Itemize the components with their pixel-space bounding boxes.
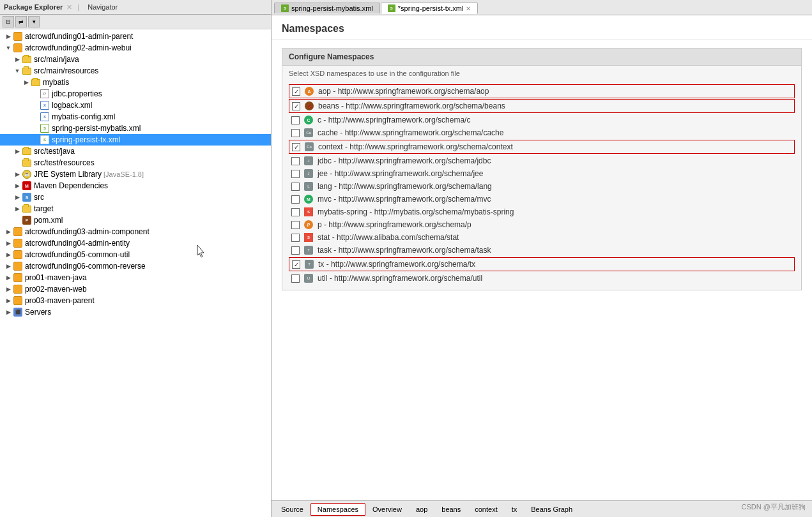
ns-item-jee[interactable]: J jee - http://www.springframework.org/s… xyxy=(289,167,795,180)
ns-checkbox-mvc[interactable] xyxy=(291,195,300,204)
tree-item-src[interactable]: ▶ S src xyxy=(0,191,271,203)
tree-item-src-test-java[interactable]: ▶ src/test/java xyxy=(0,146,271,157)
namespaces-heading: Namespaces xyxy=(272,15,812,40)
toggle-src-main-java[interactable]: ▶ xyxy=(13,56,22,63)
ns-checkbox-c[interactable] xyxy=(291,116,300,124)
ns-checkbox-p[interactable] xyxy=(291,221,300,229)
ns-checkbox-mybatis-spring[interactable] xyxy=(291,208,300,216)
ns-beans-icon: 🫘 xyxy=(304,101,314,111)
tab-spring-persist-mybatis[interactable]: S spring-persist-mybatis.xml xyxy=(274,3,380,13)
ns-item-c[interactable]: C c - http://www.springframework.org/sch… xyxy=(289,114,795,126)
bottom-tab-context[interactable]: context xyxy=(468,503,504,516)
folder-target-icon xyxy=(22,204,32,214)
ns-checkbox-lang[interactable] xyxy=(291,183,300,191)
ns-stat-icon: S xyxy=(303,232,314,243)
ns-checkbox-aop[interactable] xyxy=(292,87,300,96)
editor-content: Namespaces Configure Namespaces Select X… xyxy=(272,15,812,500)
ns-item-jdbc[interactable]: J jdbc - http://www.springframework.org/… xyxy=(289,154,795,167)
link-with-editor-button[interactable]: ⇌ xyxy=(15,16,27,27)
label-atcrowdfunding05: atcrowdfunding05-common-util xyxy=(25,250,130,259)
tree-item-maven-deps[interactable]: ▶ M Maven Dependencies xyxy=(0,180,271,191)
bottom-tab-namespaces[interactable]: Namespaces xyxy=(310,503,365,516)
tree-item-target[interactable]: ▶ target xyxy=(0,203,271,214)
bottom-tab-overview[interactable]: Overview xyxy=(365,503,409,516)
tree-item-atcrowdfunding03[interactable]: ▶ atcrowdfunding03-admin-component xyxy=(0,226,271,237)
ns-item-context[interactable]: Co context - http://www.springframework.… xyxy=(289,140,795,154)
tree-item-atcrowdfunding05[interactable]: ▶ atcrowdfunding05-common-util xyxy=(0,249,271,260)
toggle-mybatis[interactable]: ▶ xyxy=(22,79,31,86)
pom-icon: P xyxy=(22,215,32,225)
label-atcrowdfunding06: atcrowdfunding06-common-reverse xyxy=(25,262,146,271)
toggle-atcrowdfunding02[interactable]: ▼ xyxy=(4,45,13,51)
bottom-tab-source[interactable]: Source xyxy=(274,503,310,516)
tree-item-atcrowdfunding02[interactable]: ▼ atcrowdfunding02-admin-webui xyxy=(0,42,271,54)
ns-item-aop[interactable]: A aop - http://www.springframework.org/s… xyxy=(289,84,795,98)
ns-item-mybatis-spring[interactable]: S mybatis-spring - http://mybatis.org/sc… xyxy=(289,206,795,218)
tab-spring-persist-tx[interactable]: S *spring-persist-tx.xml ✕ xyxy=(381,3,479,14)
tree-item-pro03[interactable]: ▶ pro03-maven-parent xyxy=(0,295,271,306)
ns-item-beans[interactable]: 🫘 beans - http://www.springframework.org… xyxy=(289,99,795,113)
tree-item-pom-xml[interactable]: ▶ P pom.xml xyxy=(0,214,271,226)
navigator-tab[interactable]: Navigator xyxy=(83,2,122,12)
ns-item-mvc[interactable]: M mvc - http://www.springframework.org/s… xyxy=(289,193,795,206)
tree-item-mybatis-config-xml[interactable]: ▶ X mybatis-config.xml xyxy=(0,111,271,123)
tree-item-atcrowdfunding04[interactable]: ▶ atcrowdfunding04-admin-entity xyxy=(0,237,271,249)
ns-checkbox-cache[interactable] xyxy=(291,129,300,137)
toggle-src-main-resources[interactable]: ▼ xyxy=(13,68,22,74)
tree-item-mybatis[interactable]: ▶ mybatis xyxy=(0,77,271,88)
tree-item-logback-xml[interactable]: ▶ X logback.xml xyxy=(0,100,271,111)
ns-checkbox-util[interactable] xyxy=(291,274,300,283)
ns-checkbox-jdbc[interactable] xyxy=(291,157,300,165)
xml-logback-icon: X xyxy=(40,100,50,110)
tree-item-spring-persist-mybatis[interactable]: ▶ S spring-persist-mybatis.xml xyxy=(0,123,271,134)
label-servers: Servers xyxy=(25,308,51,317)
ns-label-lang: lang - http://www.springframework.org/sc… xyxy=(318,182,492,191)
bottom-tab-aop-label: aop xyxy=(416,506,427,513)
collapse-all-button[interactable]: ⊟ xyxy=(3,16,14,27)
bottom-tab-beans[interactable]: beans xyxy=(434,503,468,516)
ns-checkbox-jee[interactable] xyxy=(291,170,300,178)
ns-item-util[interactable]: U util - http://www.springframework.org/… xyxy=(289,272,795,285)
ns-util-icon: U xyxy=(303,273,314,283)
ns-checkbox-tx[interactable] xyxy=(292,260,300,269)
bottom-tab-context-label: context xyxy=(475,506,497,513)
ns-item-tx[interactable]: T tx - http://www.springframework.org/sc… xyxy=(289,257,795,271)
bottom-tab-beans-graph[interactable]: Beans Graph xyxy=(524,503,579,516)
ns-item-lang[interactable]: L lang - http://www.springframework.org/… xyxy=(289,180,795,193)
ns-c-icon: C xyxy=(303,115,314,125)
tree-item-pro01[interactable]: ▶ pro01-maven-java xyxy=(0,272,271,283)
tree-item-atcrowdfunding06[interactable]: ▶ atcrowdfunding06-common-reverse xyxy=(0,260,271,272)
tab-icon-mybatis: S xyxy=(281,4,289,12)
ns-checkbox-context[interactable] xyxy=(292,143,300,151)
tree-item-src-test-resources[interactable]: ▶ src/test/resources xyxy=(0,157,271,169)
ns-checkbox-beans[interactable] xyxy=(292,102,300,110)
ns-checkbox-task[interactable] xyxy=(291,246,300,255)
tree-item-atcrowdfunding01[interactable]: ▶ atcrowdfunding01-admin-parent xyxy=(0,31,271,42)
view-menu-button[interactable]: ▾ xyxy=(28,16,40,27)
ns-item-stat[interactable]: S stat - http://www.alibaba.com/schema/s… xyxy=(289,231,795,244)
tree-item-pro02[interactable]: ▶ pro02-maven-web xyxy=(0,283,271,295)
toggle-atcrowdfunding01[interactable]: ▶ xyxy=(4,33,13,40)
tree-item-src-main-resources[interactable]: ▼ src/main/resources xyxy=(0,65,271,77)
label-atcrowdfunding02: atcrowdfunding02-admin-webui xyxy=(25,43,132,52)
tree-item-jdbc-properties[interactable]: ▶ P jdbc.properties xyxy=(0,88,271,100)
label-atcrowdfunding01: atcrowdfunding01-admin-parent xyxy=(25,32,133,41)
ns-item-p[interactable]: P p - http://www.springframework.org/sch… xyxy=(289,218,795,231)
tree-item-jre[interactable]: ▶ ☕ JRE System Library [JavaSE-1.8] xyxy=(0,169,271,180)
configure-namespaces-box: Configure Namespaces Select XSD namespac… xyxy=(282,48,802,290)
tree-item-servers[interactable]: ▶ ⬛ Servers xyxy=(0,306,271,318)
ns-item-task[interactable]: T task - http://www.springframework.org/… xyxy=(289,244,795,257)
ns-checkbox-stat[interactable] xyxy=(291,234,300,242)
bottom-tab-aop[interactable]: aop xyxy=(409,503,434,516)
tab-close-tx[interactable]: ✕ xyxy=(466,5,471,12)
panel-close-icon[interactable]: ✕ xyxy=(66,3,72,11)
label-pro02: pro02-maven-web xyxy=(25,285,87,294)
bottom-tab-tx[interactable]: tx xyxy=(505,503,525,516)
tree-item-src-main-java[interactable]: ▶ src/main/java xyxy=(0,54,271,65)
package-explorer-title: Package Explorer xyxy=(4,3,63,11)
bottom-tab-source-label: Source xyxy=(281,506,303,513)
ns-item-cache[interactable]: Ca cache - http://www.springframework.or… xyxy=(289,126,795,139)
ns-aop-icon: A xyxy=(304,86,314,96)
tree-item-spring-persist-tx[interactable]: ▶ S spring-persist-tx.xml xyxy=(0,134,271,146)
panel-toolbar: ⊟ ⇌ ▾ xyxy=(0,15,271,29)
